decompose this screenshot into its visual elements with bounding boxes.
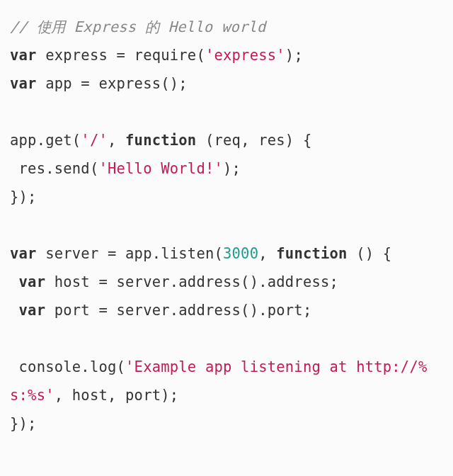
code-token-kw: var <box>10 75 37 92</box>
code-snippet: // 使用 Express 的 Hello world var express … <box>0 0 453 450</box>
code-token-kw: var <box>19 273 46 290</box>
code-token-st: 'Example app listening at http://%s:%s' <box>10 358 428 404</box>
code-token-nu: 3000 <box>223 245 258 262</box>
code-token-kw: var <box>19 302 46 319</box>
code-token-kw: var <box>10 47 37 64</box>
code-token-st: 'Hello World!' <box>98 160 223 177</box>
code-token-kw: var <box>10 245 37 262</box>
code-token-kw: function <box>276 245 347 262</box>
code-token-st: '/' <box>81 132 108 149</box>
code-token-st: 'express' <box>205 47 285 64</box>
code-token-kw: function <box>125 132 196 149</box>
code-token-cm: // 使用 Express 的 Hello world <box>10 18 266 35</box>
